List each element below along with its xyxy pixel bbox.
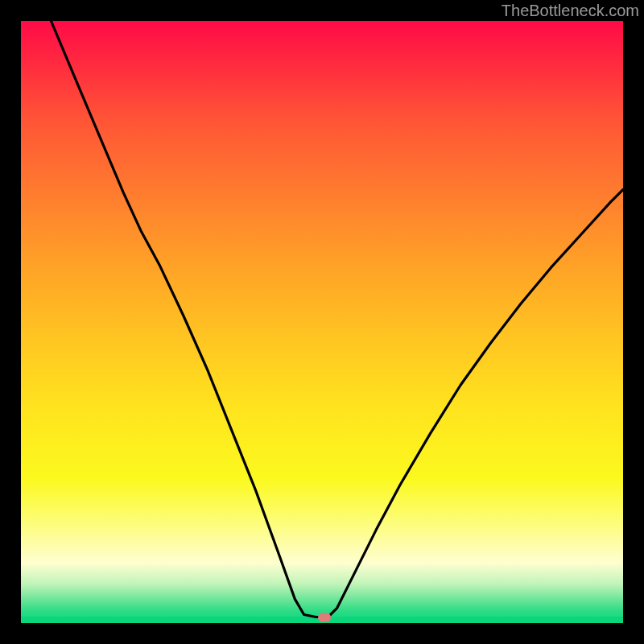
optimal-point-marker xyxy=(318,613,331,621)
chart-frame: TheBottleneck.com xyxy=(0,0,644,644)
plot-area xyxy=(21,21,623,623)
watermark-text: TheBottleneck.com xyxy=(502,2,639,20)
bottleneck-curve xyxy=(21,21,623,623)
